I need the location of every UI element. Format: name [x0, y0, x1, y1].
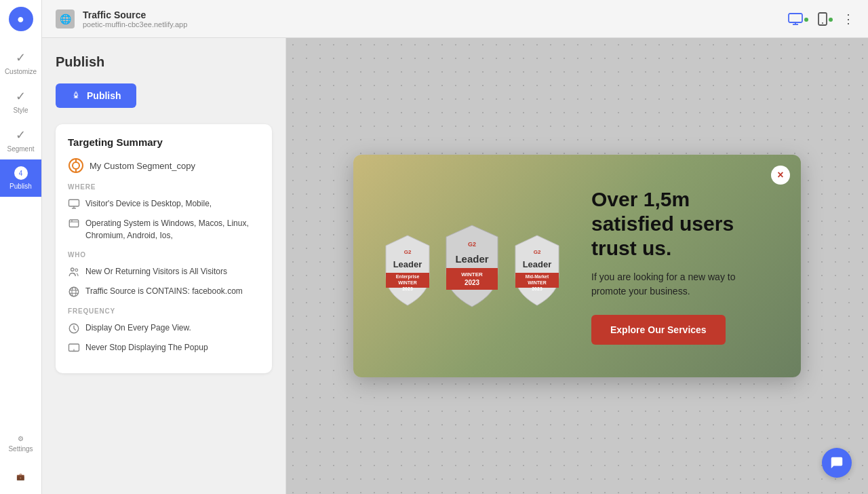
chat-icon [829, 455, 844, 470]
targeting-summary-card: Targeting Summary My Custom Segment_copy… [56, 124, 272, 373]
step-badge: 4 [14, 166, 28, 180]
desktop-icon [788, 13, 803, 25]
device-mobile-button[interactable] [818, 12, 833, 26]
svg-point-17 [71, 268, 75, 271]
sidebar-item-style[interactable]: ✓ Style [0, 82, 41, 121]
publish-panel: Publish Publish Targeting Summary [42, 38, 286, 494]
svg-text:G2: G2 [468, 241, 476, 248]
svg-point-8 [73, 162, 79, 169]
more-options-button[interactable]: ⋮ [842, 12, 854, 26]
sidebar-item-label: Customize [5, 68, 37, 75]
segment-name: My Custom Segment_copy [90, 161, 195, 171]
svg-text:WINTER: WINTER [398, 280, 417, 285]
settings-icon: ⚙ [18, 435, 24, 442]
frequency-label: FREQUENCY [68, 307, 260, 315]
sidebar-item-briefcase[interactable]: 💼 [8, 466, 33, 487]
svg-point-20 [72, 287, 76, 297]
site-icon: 🌐 [56, 10, 75, 28]
rule-traffic-text: Traffic Source is CONTAINS: facebook.com [85, 285, 243, 297]
rule-frequency-stop-text: Never Stop Displaying The Popup [85, 341, 208, 354]
sidebar-item-settings[interactable]: ⚙ Settings [8, 428, 33, 459]
mobile-icon [818, 12, 827, 26]
briefcase-icon: 💼 [16, 473, 24, 480]
svg-text:2023: 2023 [532, 286, 542, 291]
badge-enterprise: G2 Leader Enterprise WINTER 2023 [380, 232, 435, 310]
svg-rect-0 [789, 14, 802, 22]
svg-text:WINTER: WINTER [461, 271, 483, 278]
svg-text:2023: 2023 [402, 286, 413, 291]
svg-rect-11 [69, 200, 79, 206]
desktop-rule-icon [68, 198, 80, 210]
sidebar-item-label: Publish [9, 183, 32, 190]
publish-panel-title: Publish [56, 54, 272, 70]
popup-preview: × G2 Leader Enterprise WINTER 2023 [353, 155, 801, 377]
sidebar: ● ✓ Customize ✓ Style ✓ Segment 4 Publis… [0, 0, 42, 494]
display-rule-icon [68, 342, 80, 354]
rule-frequency-display-text: Display On Every Page View. [85, 322, 191, 334]
popup-close-button[interactable]: × [771, 166, 790, 185]
sidebar-bottom: ⚙ Settings 💼 [8, 428, 33, 487]
sidebar-item-label: Segment [7, 145, 34, 153]
rule-os: Operating System is Windows, Macos, Linu… [68, 217, 260, 242]
svg-text:Enterprise: Enterprise [396, 274, 420, 280]
chat-bubble-button[interactable] [822, 448, 852, 478]
svg-rect-14 [69, 220, 79, 227]
svg-text:Leader: Leader [393, 259, 422, 269]
svg-text:Leader: Leader [523, 259, 552, 269]
visitors-rule-icon [68, 266, 80, 278]
svg-text:G2: G2 [534, 249, 541, 255]
main-content: 🌐 Traffic Source poetic-muffin-cbc3ee.ne… [42, 0, 868, 494]
popup-content: Over 1,5m satisfied users trust us. If y… [591, 187, 768, 345]
site-info: Traffic Source poetic-muffin-cbc3ee.netl… [83, 10, 187, 28]
popup-subtext: If you are looking for a new way to prom… [591, 270, 768, 299]
popup-cta-button[interactable]: Explore Our Services [591, 315, 726, 345]
preview-area: × G2 Leader Enterprise WINTER 2023 [286, 38, 868, 494]
traffic-rule-icon [68, 286, 80, 298]
where-label: WHERE [68, 183, 260, 191]
check-icon: ✓ [16, 128, 26, 142]
sidebar-item-customize[interactable]: ✓ Customize [0, 43, 41, 82]
sidebar-item-publish[interactable]: 4 Publish [0, 159, 41, 197]
popup-headline: Over 1,5m satisfied users trust us. [591, 187, 768, 261]
badge-midmarket: G2 Leader Mid-Market WINTER 2023 [510, 232, 564, 310]
sidebar-item-label: Settings [8, 445, 33, 453]
svg-text:2023: 2023 [465, 279, 480, 286]
device-desktop-button[interactable] [788, 13, 808, 25]
rule-traffic: Traffic Source is CONTAINS: facebook.com [68, 285, 260, 298]
svg-text:Mid-Market: Mid-Market [526, 274, 549, 279]
check-icon: ✓ [16, 89, 26, 104]
topbar-actions: ⋮ [788, 12, 854, 26]
popup-badges: G2 Leader Enterprise WINTER 2023 G2 Lead… [380, 222, 564, 310]
targeting-title: Targeting Summary [68, 136, 260, 148]
rule-visitors: New Or Returning Visitors is All Visitor… [68, 265, 260, 278]
os-rule-icon [68, 218, 80, 230]
rule-frequency-display: Display On Every Page View. [68, 322, 260, 335]
svg-point-6 [75, 94, 77, 96]
publish-button-label: Publish [87, 90, 121, 101]
svg-point-4 [822, 22, 823, 24]
rule-os-text: Operating System is Windows, Macos, Linu… [85, 217, 260, 242]
rocket-icon [71, 90, 81, 101]
segment-row: My Custom Segment_copy [68, 157, 260, 174]
svg-text:Leader: Leader [455, 253, 488, 265]
sidebar-item-label: Style [13, 107, 28, 114]
rule-device-text: Visitor's Device is Desktop, Mobile, [85, 197, 212, 210]
mobile-active-dot [829, 18, 833, 22]
rule-visitors-text: New Or Returning Visitors is All Visitor… [85, 265, 227, 278]
badge-main: G2 Leader WINTER 2023 [440, 222, 505, 310]
svg-text:G2: G2 [404, 249, 412, 255]
publish-button[interactable]: Publish [56, 83, 136, 108]
sidebar-item-segment[interactable]: ✓ Segment [0, 121, 41, 159]
svg-text:WINTER: WINTER [528, 280, 547, 285]
rule-device: Visitor's Device is Desktop, Mobile, [68, 197, 260, 210]
who-label: WHO [68, 251, 260, 259]
check-icon: ✓ [16, 50, 26, 65]
desktop-active-dot [804, 18, 808, 22]
site-url: poetic-muffin-cbc3ee.netlify.app [83, 20, 187, 28]
segment-icon [68, 157, 84, 174]
topbar: 🌐 Traffic Source poetic-muffin-cbc3ee.ne… [42, 0, 868, 38]
svg-point-18 [75, 269, 78, 271]
rule-frequency-stop: Never Stop Displaying The Popup [68, 341, 260, 354]
clock-rule-icon [68, 322, 80, 335]
panel-area: Publish Publish Targeting Summary [42, 38, 868, 494]
